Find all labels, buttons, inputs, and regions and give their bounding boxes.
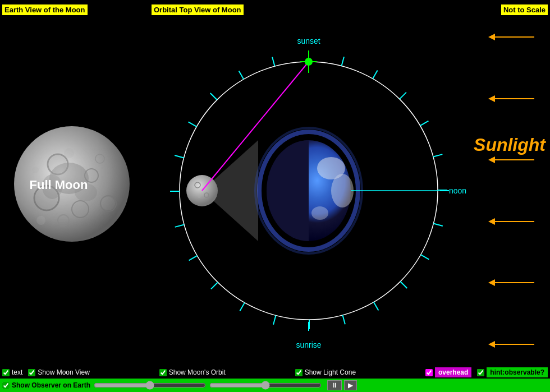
svg-line-45 (210, 93, 217, 100)
svg-point-53 (259, 132, 358, 250)
svg-point-12 (32, 167, 39, 173)
orbital-diagram: sunset sunrise noon (146, 17, 471, 365)
svg-line-28 (420, 121, 429, 126)
hint-observable-label[interactable]: hint:observable? (487, 367, 548, 377)
hint-checkbox[interactable] (477, 369, 484, 376)
svg-point-16 (36, 216, 45, 225)
svg-point-48 (267, 140, 351, 241)
svg-point-50 (317, 157, 345, 179)
show-observer-group: Show Observer on Earth (2, 381, 90, 389)
not-to-scale-header: Not to Scale (501, 4, 548, 15)
observer-dot (305, 58, 313, 66)
arrow-line-6 (495, 344, 534, 345)
svg-point-49 (267, 140, 351, 241)
arrow-line-2 (495, 98, 534, 99)
arrow-line-5 (495, 282, 534, 283)
show-moon-view-label: Show Moon View (38, 368, 90, 376)
overhead-checkbox[interactable] (425, 369, 433, 376)
svg-point-14 (102, 197, 115, 210)
show-moons-orbit-label: Show Moon's Orbit (169, 368, 226, 376)
arrow-3 (488, 156, 550, 163)
arrow-head-5 (488, 279, 495, 286)
svg-point-55 (195, 182, 200, 188)
svg-line-35 (342, 315, 345, 324)
svg-line-31 (433, 224, 442, 226)
svg-line-27 (400, 93, 406, 99)
show-observer-checkbox[interactable] (2, 382, 10, 389)
svg-rect-21 (309, 17, 471, 365)
arrow-head-6 (488, 341, 495, 348)
noon-label: noon (449, 186, 466, 195)
sight-line (202, 62, 309, 191)
svg-point-15 (64, 148, 74, 158)
svg-line-32 (421, 255, 429, 260)
arrow-head-1 (488, 34, 495, 40)
orbital-area: sunset sunrise noon (146, 17, 471, 365)
svg-line-29 (433, 154, 442, 156)
svg-line-26 (373, 71, 378, 79)
show-light-cone-checkbox[interactable] (295, 369, 302, 376)
orbital-header: Orbital Top View of Moon (152, 4, 244, 15)
sunlight-arrows (488, 34, 550, 348)
svg-line-33 (400, 282, 407, 288)
arrow-6 (488, 341, 550, 348)
svg-line-41 (175, 224, 184, 227)
observer-slider-container (94, 381, 206, 390)
svg-line-46 (239, 71, 244, 80)
show-moon-view-checkbox[interactable] (28, 369, 35, 376)
controls-row-1: text Show Moon View Show Moon's Orbit Sh… (0, 366, 550, 379)
show-observer-label: Show Observer on Earth (12, 381, 90, 389)
svg-line-44 (189, 122, 197, 127)
svg-line-39 (211, 282, 218, 289)
svg-line-43 (175, 155, 184, 158)
arrow-line-4 (495, 221, 534, 222)
controls-row-2: Show Observer on Earth ⏸ ▶ (0, 379, 550, 392)
show-moons-orbit-group: Show Moon's Orbit (159, 368, 226, 376)
arrow-1 (488, 34, 550, 40)
svg-line-37 (273, 315, 276, 324)
pause-button[interactable]: ⏸ (327, 380, 342, 390)
arrow-head-4 (488, 218, 495, 225)
overhead-group: overhead (425, 367, 471, 377)
text-checkbox-group: text (2, 368, 22, 376)
arrow-5 (488, 279, 550, 286)
light-cone (202, 140, 258, 241)
arrow-line-1 (495, 36, 534, 38)
play-button[interactable]: ▶ (344, 380, 357, 390)
svg-point-54 (255, 128, 362, 253)
text-checkbox-label: text (12, 368, 22, 376)
svg-line-34 (374, 302, 379, 311)
svg-line-25 (342, 57, 344, 66)
full-moon-label: Full Moon (30, 178, 88, 192)
svg-point-52 (311, 206, 328, 220)
arrow-head-2 (488, 95, 495, 102)
moon-slider-container (209, 381, 322, 390)
moon-orbital-body (186, 175, 218, 206)
observer-position-slider[interactable] (94, 381, 206, 390)
moon-position-slider[interactable] (209, 381, 322, 390)
svg-point-57 (198, 195, 201, 198)
earth-view-header: Earth View of the Moon (2, 4, 88, 15)
orbit-circle (180, 62, 438, 320)
show-moon-view-group: Show Moon View (28, 368, 90, 376)
earth-view-panel: Full Moon (0, 17, 143, 353)
svg-point-9 (73, 202, 88, 216)
svg-rect-20 (146, 17, 309, 365)
arrow-line-3 (495, 159, 534, 160)
hint-group: hint:observable? (477, 367, 548, 377)
arrow-4 (488, 218, 550, 225)
arrow-head-3 (488, 156, 495, 163)
svg-point-51 (331, 174, 354, 207)
arrow-2 (488, 95, 550, 102)
svg-line-47 (272, 57, 274, 66)
show-moons-orbit-checkbox[interactable] (159, 369, 167, 376)
text-checkbox[interactable] (2, 369, 10, 376)
svg-line-40 (189, 256, 198, 261)
show-light-cone-label: Show Light Cone (305, 368, 356, 376)
sunlight-label: Sunlight (474, 135, 546, 155)
svg-line-38 (240, 303, 245, 311)
svg-point-56 (204, 193, 209, 197)
sunrise-label: sunrise (296, 340, 321, 349)
show-light-cone-group: Show Light Cone (295, 368, 356, 376)
overhead-label: overhead (435, 367, 471, 377)
